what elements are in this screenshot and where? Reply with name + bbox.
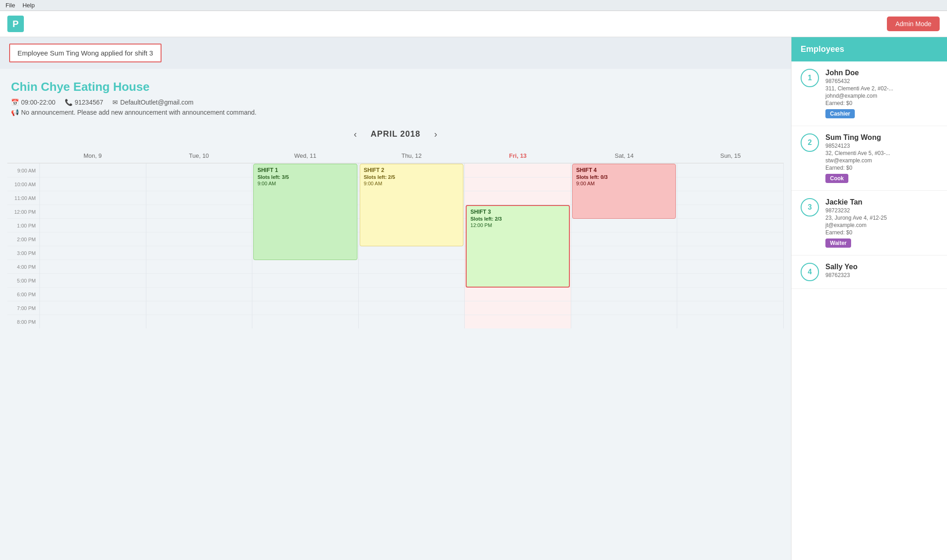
time-label-8: 5:00 PM [7, 273, 39, 287]
day-col-1 [146, 163, 253, 328]
emp-address-1: 311, Clementi Ave 2, #02-... [825, 85, 938, 92]
emp-name-3: Jackie Tan [825, 198, 938, 206]
emp-avatar-4: 4 [801, 263, 819, 281]
day-col-4: SHIFT 3 Slots left: 2/3 12:00 PM [465, 163, 571, 328]
announcement-icon: 📢 [11, 109, 19, 116]
shift-1-title: SHIFT 1 [257, 167, 353, 173]
emp-phone-2: 98524123 [825, 143, 938, 149]
time-grid: 9:00 AM 10:00 AM 11:00 AM 12:00 PM 1:00 … [7, 163, 784, 328]
day-headers-row: Mon, 9 Tue, 10 Wed, 11 Thu, 12 Fri, 13 S… [7, 149, 784, 163]
day-header-6: Sun, 15 [677, 149, 784, 163]
time-label-7: 4:00 PM [7, 260, 39, 273]
employee-card-4: 4 Sally Yeo 98762323 [791, 255, 947, 289]
shift-1-time: 9:00 AM [257, 181, 353, 186]
day-col-3: SHIFT 2 Slots left: 2/5 9:00 AM [359, 163, 465, 328]
menu-help[interactable]: Help [22, 2, 35, 9]
shift-1-slots: Slots left: 3/5 [257, 174, 353, 180]
emp-role-1: Cashier [825, 109, 855, 118]
time-label-11: 8:00 PM [7, 315, 39, 328]
restaurant-phone: 📞 91234567 [65, 99, 103, 106]
day-col-2: SHIFT 1 Slots left: 3/5 9:00 AM [252, 163, 359, 328]
time-label-10: 7:00 PM [7, 301, 39, 315]
logo-icon: P [7, 16, 24, 32]
day-header-1: Tue, 10 [146, 149, 252, 163]
time-label-4: 1:00 PM [7, 218, 39, 232]
shift-2-time: 9:00 AM [364, 181, 460, 186]
emp-email-1: johnd@example.com [825, 93, 938, 99]
shift-4-time: 9:00 AM [576, 181, 672, 186]
menu-file[interactable]: File [6, 2, 15, 9]
emp-earned-2: Earned: $0 [825, 165, 938, 171]
emp-role-2: Cook [825, 174, 848, 183]
shift-3-title: SHIFT 3 [470, 209, 565, 215]
emp-info-4: Sally Yeo 98762323 [825, 263, 938, 279]
emp-name-4: Sally Yeo [825, 263, 938, 271]
emp-name-1: John Doe [825, 69, 938, 77]
day-col-5: SHIFT 4 Slots left: 0/3 9:00 AM [571, 163, 678, 328]
emp-address-2: 32, Clementi Ave 5, #03-... [825, 150, 938, 156]
shift-4-slots: Slots left: 0/3 [576, 174, 672, 180]
shift-3-slots: Slots left: 2/3 [470, 216, 565, 222]
emp-avatar-2: 2 [801, 133, 819, 152]
day-col-6 [677, 163, 784, 328]
emp-info-2: Sum Ting Wong 98524123 32, Clementi Ave … [825, 133, 938, 183]
emp-phone-1: 98765432 [825, 78, 938, 84]
shift-2-title: SHIFT 2 [364, 167, 460, 173]
time-label-5: 2:00 PM [7, 232, 39, 246]
shift-2-slots: Slots left: 2/5 [364, 174, 460, 180]
email-icon: ✉ [112, 99, 118, 106]
emp-info-3: Jackie Tan 98723232 23, Jurong Ave 4, #1… [825, 198, 938, 248]
restaurant-email: ✉ DefaultOutlet@gmail.com [112, 99, 194, 106]
topbar: P Admin Mode [0, 11, 947, 37]
emp-email-3: jt@example.com [825, 222, 938, 228]
phone-icon: 📞 [65, 99, 72, 106]
time-label-1: 10:00 AM [7, 177, 39, 191]
restaurant-section: Chin Chye Eating House 📅 09:00-22:00 📞 9… [0, 69, 791, 120]
time-label-6: 3:00 PM [7, 246, 39, 260]
employee-card-2: 2 Sum Ting Wong 98524123 32, Clementi Av… [791, 126, 947, 191]
day-header-4: Fri, 13 [465, 149, 571, 163]
main-layout: Employee Sum Ting Wong applied for shift… [0, 37, 947, 560]
sidebar: Employees 1 John Doe 98765432 311, Cleme… [791, 37, 947, 560]
menubar: File Help [0, 0, 947, 11]
notification-message: Employee Sum Ting Wong applied for shift… [17, 49, 153, 57]
shift-1-block[interactable]: SHIFT 1 Slots left: 3/5 9:00 AM [253, 164, 357, 260]
employee-card-3: 3 Jackie Tan 98723232 23, Jurong Ave 4, … [791, 191, 947, 255]
notification-box: Employee Sum Ting Wong applied for shift… [9, 44, 162, 62]
shift-4-block[interactable]: SHIFT 4 Slots left: 0/3 9:00 AM [572, 164, 676, 219]
day-header-5: Sat, 14 [571, 149, 678, 163]
day-header-3: Thu, 12 [358, 149, 465, 163]
emp-avatar-1: 1 [801, 69, 819, 87]
time-labels: 9:00 AM 10:00 AM 11:00 AM 12:00 PM 1:00 … [7, 163, 39, 328]
calendar-header: ‹ APRIL 2018 › [0, 120, 791, 149]
emp-avatar-3: 3 [801, 198, 819, 216]
emp-phone-3: 98723232 [825, 207, 938, 214]
admin-mode-button[interactable]: Admin Mode [887, 17, 940, 31]
prev-month-button[interactable]: ‹ [349, 127, 362, 141]
days-columns: SHIFT 1 Slots left: 3/5 9:00 AM [39, 163, 784, 328]
shift-4-title: SHIFT 4 [576, 167, 672, 173]
emp-earned-1: Earned: $0 [825, 100, 938, 106]
day-col-0 [40, 163, 146, 328]
restaurant-meta: 📅 09:00-22:00 📞 91234567 ✉ DefaultOutlet… [11, 99, 780, 106]
sidebar-header: Employees [791, 37, 947, 61]
announcement: 📢 No announcement. Please add new announ… [11, 109, 780, 116]
emp-role-3: Waiter [825, 238, 851, 248]
shift-2-block[interactable]: SHIFT 2 Slots left: 2/5 9:00 AM [360, 164, 464, 246]
emp-name-2: Sum Ting Wong [825, 133, 938, 142]
time-label-0: 9:00 AM [7, 163, 39, 177]
emp-email-2: stw@example.com [825, 157, 938, 164]
time-label-9: 6:00 PM [7, 287, 39, 301]
restaurant-hours: 📅 09:00-22:00 [11, 99, 56, 106]
emp-earned-3: Earned: $0 [825, 229, 938, 236]
calendar-month: APRIL 2018 [371, 129, 421, 139]
day-header-2: Wed, 11 [252, 149, 358, 163]
calendar-icon: 📅 [11, 99, 19, 106]
calendar-grid: Mon, 9 Tue, 10 Wed, 11 Thu, 12 Fri, 13 S… [0, 149, 791, 336]
time-label-3: 12:00 PM [7, 205, 39, 218]
employee-card-1: 1 John Doe 98765432 311, Clementi Ave 2,… [791, 61, 947, 126]
shift-3-block[interactable]: SHIFT 3 Slots left: 2/3 12:00 PM [466, 205, 570, 288]
time-label-2: 11:00 AM [7, 191, 39, 205]
next-month-button[interactable]: › [429, 127, 442, 141]
restaurant-name: Chin Chye Eating House [11, 80, 780, 94]
